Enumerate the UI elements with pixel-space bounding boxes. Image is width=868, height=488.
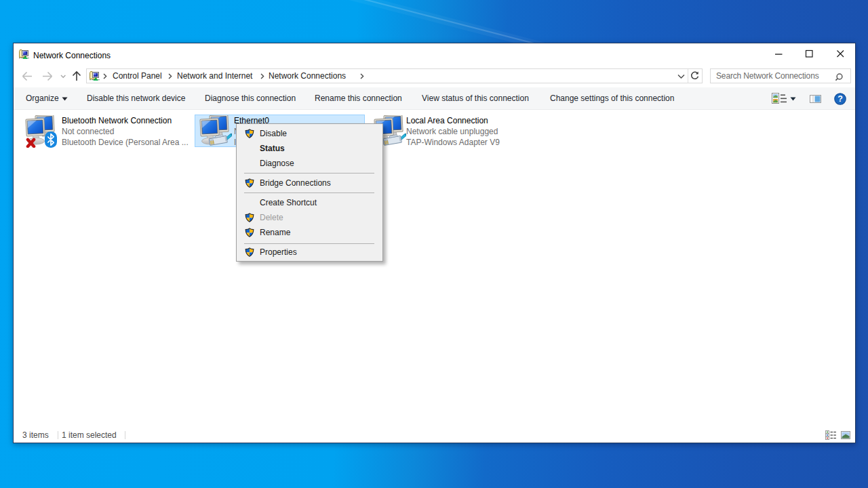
svg-text:?: ? — [837, 94, 843, 104]
